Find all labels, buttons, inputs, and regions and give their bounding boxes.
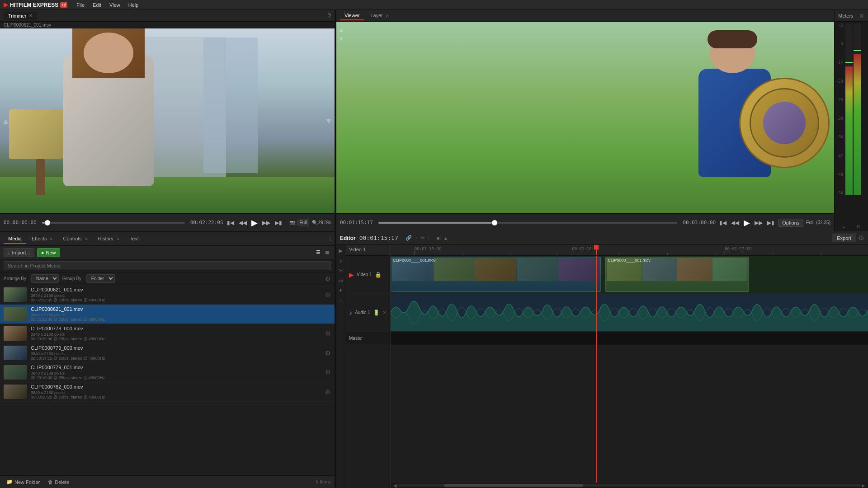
tool-minus-icon[interactable]: - [337, 296, 345, 305]
new-button[interactable]: ● New [37, 248, 60, 257]
audio-settings-icon[interactable]: ✕ [382, 310, 386, 315]
meter-bars [845, 23, 861, 195]
timeline-ruler[interactable]: 00:01:15:00 00:01:16:00 00:01:17:00 [391, 245, 868, 256]
file-settings-icon[interactable]: ⚙ [325, 330, 331, 337]
viewer-to-start-btn[interactable]: ▮◀ [718, 219, 727, 227]
tool-scissors-icon[interactable]: ✂ [337, 267, 345, 275]
tab-history[interactable]: History ✕ [94, 234, 124, 244]
list-item[interactable]: CLIP0000782_000.mov 3840 x 2160 pixels00… [0, 382, 335, 402]
editor-snap-icon[interactable]: ⋅ [415, 235, 417, 241]
file-settings-icon[interactable]: ⚙ [325, 349, 331, 357]
audio-track-content[interactable] [391, 294, 868, 332]
menu-edit[interactable]: Edit [89, 1, 105, 9]
meters-close-icon[interactable]: ✕ [859, 12, 864, 19]
hammer-box [9, 109, 63, 159]
list-item[interactable]: CLIP0000621_001.mov 3840 x 2160 pixels00… [0, 305, 335, 324]
trimmer-play-btn[interactable]: ▶ [250, 217, 259, 229]
list-view-btn[interactable]: ☰ [314, 249, 322, 256]
menu-file[interactable]: File [73, 1, 88, 9]
new-folder-button[interactable]: 📁 New Folder [4, 478, 42, 486]
tab-text[interactable]: Text [125, 234, 143, 244]
tab-controls[interactable]: Controls ✕ [58, 234, 92, 244]
viewer-back-btn[interactable]: ◀◀ [730, 219, 740, 227]
tool-select[interactable]: ▶ [337, 247, 345, 255]
viewer-to-end-btn[interactable]: ▶▮ [766, 219, 775, 227]
viewer-fwd-btn[interactable]: ▶▶ [754, 219, 764, 227]
layer-tab-close[interactable]: ✕ [386, 14, 389, 18]
viewer-tab[interactable]: Viewer [340, 11, 364, 20]
file-thumb [4, 385, 27, 399]
delete-button[interactable]: 🗑 Delete [45, 479, 72, 486]
tool-layer-icon[interactable]: ▭ [337, 277, 345, 285]
tool-plus-icon[interactable]: + [337, 286, 345, 295]
editor-magnet-icon[interactable]: ✏ [421, 235, 425, 241]
trimmer-to-start-btn[interactable]: ▮◀ [226, 219, 235, 227]
editor-tool1-icon[interactable]: ⎸ [429, 235, 433, 241]
timeline-right: 00:01:15:00 00:01:16:00 00:01:17:00 [391, 245, 868, 488]
list-item[interactable]: CLIP0000779_001.mov 3840 x 2160 pixels00… [0, 363, 335, 382]
trimmer-zoom[interactable]: 🔍 29.8% [312, 220, 331, 225]
trimmer-prev-arrow[interactable]: ▲ [2, 116, 10, 126]
viewer-down-arrow[interactable]: ▼ [338, 35, 344, 42]
scroll-right-arrow[interactable]: ▶ [861, 483, 866, 488]
timeline-h-scroll[interactable]: ◀ ▶ [391, 483, 868, 488]
trimmer-tab[interactable]: Trimmer ✕ [4, 12, 37, 20]
grid-view-btn[interactable]: ◼ [323, 249, 331, 256]
trimmer-fwd-btn[interactable]: ▶▶ [261, 219, 271, 227]
viewer-scrubber[interactable] [378, 222, 678, 224]
layer-tab[interactable]: Layer ✕ [366, 11, 394, 20]
trimmer-back-btn[interactable]: ◀◀ [238, 219, 248, 227]
import-button[interactable]: ↓ Import... [4, 248, 34, 257]
options-button[interactable]: Options [778, 219, 803, 227]
list-item[interactable]: CLIP0000621_001.mov 3840 x 2160 pixels00… [0, 285, 335, 305]
editor-tool3-icon[interactable]: ▲ [443, 235, 448, 241]
arrange-by-select[interactable]: Name [31, 274, 59, 283]
trimmer-panel: Trimmer ✕ ? CLIP0000621_001.mov [0, 10, 335, 231]
trimmer-tab-label: Trimmer [8, 13, 27, 19]
trimmer-panel-close-icon[interactable]: ? [327, 12, 331, 19]
file-settings-icon[interactable]: ⚙ [325, 291, 331, 298]
trimmer-tab-close-icon[interactable]: ✕ [29, 13, 33, 18]
arrange-settings-icon[interactable]: ⚙ [325, 275, 331, 282]
new-btn-label: New [46, 250, 56, 255]
list-item[interactable]: CLIP0000779_000.mov 3840 x 2160 pixels00… [0, 343, 335, 363]
video-mute-icon[interactable]: 🔒 [375, 272, 382, 278]
h-scroll-track[interactable] [398, 484, 861, 487]
viewer-up-arrow[interactable]: ▲ [338, 26, 344, 33]
editor-link-icon[interactable]: 🔗 [406, 235, 412, 241]
h-scroll-thumb[interactable] [444, 484, 583, 487]
media-search-input[interactable] [4, 261, 331, 270]
video-clip-2[interactable]: CLIP0000____001.mov [605, 257, 749, 292]
tab-effects[interactable]: Effects ✕ [27, 234, 58, 244]
group-by-select[interactable]: Folder [86, 274, 115, 283]
trimmer-scrubber-head[interactable] [45, 220, 50, 225]
tab-media[interactable]: Media [4, 234, 26, 244]
video-clip-1[interactable]: CLIP0000____001.mov [391, 257, 601, 292]
trimmer-quality-select[interactable]: Full [297, 219, 309, 226]
trimmer-scrubber[interactable] [42, 222, 185, 224]
export-button[interactable]: Export [832, 234, 856, 242]
tool-audio-icon[interactable]: ♪ [337, 257, 345, 265]
viewer-play-btn[interactable]: ▶ [743, 217, 751, 229]
file-settings-icon[interactable]: ⚙ [325, 388, 331, 395]
viewer-scrubber-head[interactable] [492, 220, 497, 225]
trimmer-next-arrow[interactable]: ▼ [325, 116, 333, 126]
trimmer-to-end-btn[interactable]: ▶▮ [274, 219, 283, 227]
editor-tool2-icon[interactable]: ■ [437, 235, 440, 241]
effects-tab-close[interactable]: ✕ [49, 237, 53, 241]
menu-view[interactable]: View [106, 1, 124, 9]
audio-mute-icon[interactable]: 🔋 [373, 310, 380, 316]
scroll-left-arrow[interactable]: ◀ [392, 483, 398, 488]
master-track-name: Master [349, 336, 363, 341]
history-tab-close[interactable]: ✕ [116, 237, 120, 241]
controls-tab-close[interactable]: ✕ [85, 237, 88, 241]
menu-help[interactable]: Help [125, 1, 142, 9]
editor-settings-icon[interactable]: ⚙ [858, 234, 864, 242]
timeline-tracks: CLIP0000____001.mov [391, 256, 868, 483]
media-panel-settings-icon[interactable]: ⁝ [329, 235, 331, 243]
list-item[interactable]: CLIP0000778_000.mov 3840 x 2160 pixels00… [0, 324, 335, 343]
file-settings-icon[interactable]: ⚙ [325, 369, 331, 376]
video-track-content[interactable]: CLIP0000____001.mov [391, 256, 868, 294]
import-arrow-icon: ↓ [8, 250, 10, 255]
arrange-by-label: Arrange By: [4, 276, 28, 281]
